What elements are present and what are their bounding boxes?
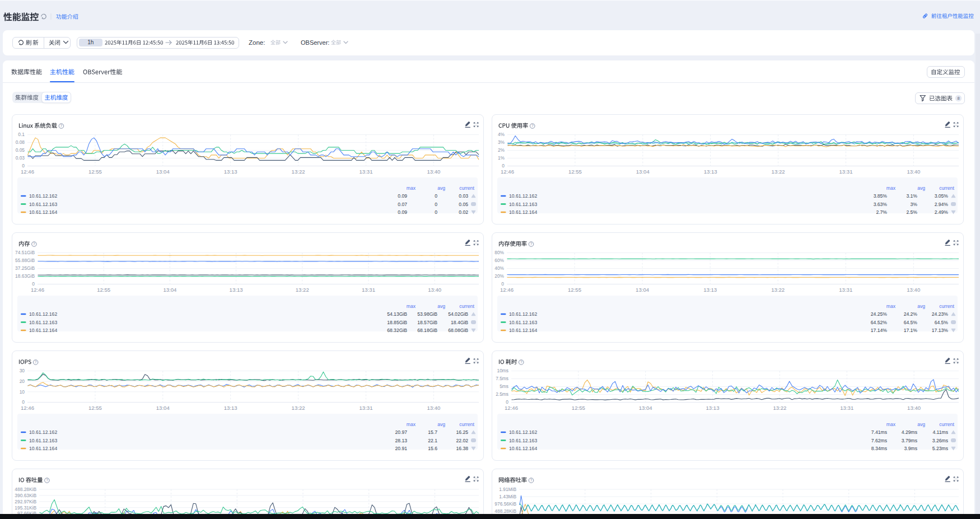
svg-text:8: 8 xyxy=(957,96,959,101)
